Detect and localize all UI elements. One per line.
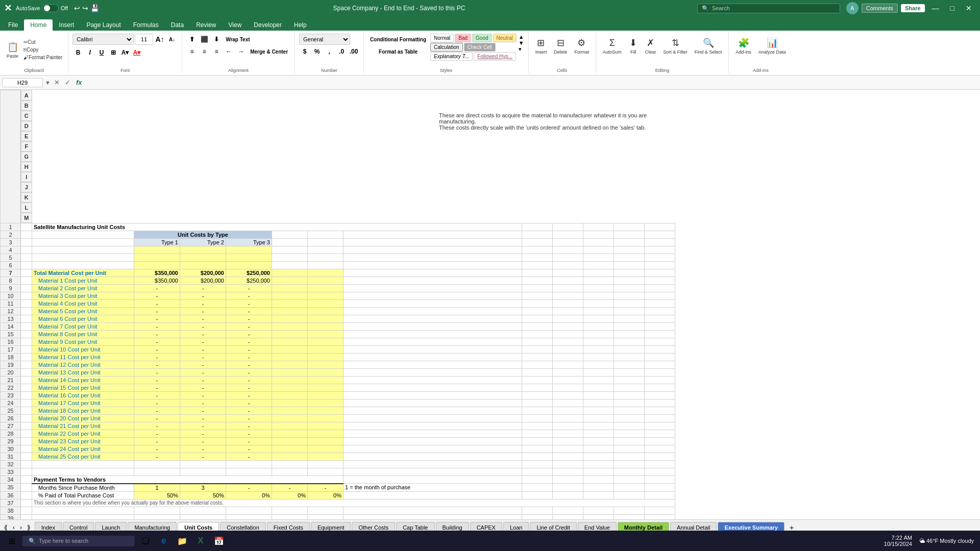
col-G-header[interactable]: G	[21, 152, 32, 162]
border-btn[interactable]: ⊞	[108, 47, 119, 58]
cell-G2[interactable]	[308, 231, 344, 238]
cell-M1[interactable]	[645, 223, 675, 231]
task-view-btn[interactable]: ❑	[138, 533, 153, 546]
format-table-btn[interactable]: Format as Table	[368, 46, 428, 57]
copy-btn[interactable]: ⎘ Copy	[22, 46, 64, 53]
formula-input[interactable]	[86, 80, 978, 86]
cell-J3[interactable]	[553, 238, 583, 246]
tab-home[interactable]: Home	[24, 19, 53, 31]
share-btn[interactable]: Share	[901, 4, 925, 12]
edge-btn[interactable]: e	[156, 533, 172, 546]
col-M-header[interactable]: M	[21, 213, 32, 223]
cancel-formula-btn[interactable]: ✕	[53, 79, 61, 86]
cell-J2[interactable]	[553, 231, 583, 238]
col-F-header[interactable]: F	[21, 141, 32, 152]
cell-reference[interactable]	[2, 78, 43, 87]
autosum-btn[interactable]: Σ AutoSum	[600, 34, 624, 58]
conditional-formatting-btn[interactable]: Conditional Formatting	[368, 34, 428, 45]
excel-btn[interactable]: X	[193, 533, 208, 546]
format-painter-btn[interactable]: 🖌 Format Painter	[22, 54, 64, 61]
cell-M3[interactable]	[645, 238, 675, 246]
cell-C2[interactable]: Unit Costs by Type	[134, 231, 272, 238]
col-J-header[interactable]: J	[21, 182, 32, 192]
start-btn[interactable]: ⊞	[4, 533, 19, 546]
decimal-increase-btn[interactable]: .0	[336, 46, 347, 57]
calendar-btn[interactable]: 📅	[211, 533, 227, 546]
cell-J1[interactable]	[553, 223, 583, 231]
cell-I1[interactable]	[522, 223, 553, 231]
cell-D3[interactable]: Type 2	[180, 238, 226, 246]
search-input[interactable]	[712, 5, 836, 11]
confirm-formula-btn[interactable]: ✓	[63, 79, 72, 86]
fill-color-btn[interactable]: A▾	[119, 47, 131, 58]
cell-A2[interactable]	[21, 231, 32, 238]
font-increase-btn[interactable]: A↑	[154, 34, 165, 45]
font-color-btn[interactable]: A▾	[131, 47, 142, 58]
cell-M2[interactable]	[645, 231, 675, 238]
align-right-btn[interactable]: ≡	[211, 46, 222, 57]
indent-increase-btn[interactable]: →	[235, 46, 247, 57]
number-format-select[interactable]: General	[299, 34, 350, 45]
align-top-btn[interactable]: ⬆	[186, 34, 198, 45]
col-E-header[interactable]: E	[21, 131, 32, 141]
indent-decrease-btn[interactable]: ←	[223, 46, 234, 57]
cell-K1[interactable]	[583, 223, 614, 231]
cell-K2[interactable]	[583, 231, 614, 238]
undo-btn[interactable]: ↩	[74, 4, 80, 12]
tab-help[interactable]: Help	[288, 19, 313, 31]
fill-btn[interactable]: ⬇ Fill	[626, 34, 641, 58]
comma-btn[interactable]: ,	[324, 46, 335, 57]
cell-B3[interactable]	[32, 238, 134, 246]
decimal-decrease-btn[interactable]: .00	[348, 46, 359, 57]
col-L-header[interactable]: L	[21, 203, 32, 213]
font-decrease-btn[interactable]: A↓	[166, 34, 178, 45]
cell-L1[interactable]	[614, 223, 645, 231]
find-select-btn[interactable]: 🔍 Find & Select	[692, 34, 725, 58]
cell-H2[interactable]	[344, 231, 522, 238]
cell-E3[interactable]: Type 3	[226, 238, 272, 246]
style-calc[interactable]: Calculation	[430, 43, 462, 52]
align-middle-btn[interactable]: ⬛	[199, 34, 210, 45]
addins-btn[interactable]: 🧩 Add-ins	[733, 34, 754, 58]
font-size-input[interactable]	[135, 34, 153, 45]
styles-expand[interactable]: ▾	[519, 46, 524, 53]
taskbar-search[interactable]: 🔍 Type here to search	[22, 536, 135, 546]
style-good[interactable]: Good	[472, 34, 492, 42]
col-B-header[interactable]: B	[21, 101, 32, 111]
style-check[interactable]: Check Cell	[464, 43, 496, 52]
analyze-data-btn[interactable]: 📊 Analyze Data	[756, 34, 789, 58]
redo-btn[interactable]: ↪	[82, 4, 88, 12]
percent-btn[interactable]: %	[311, 46, 323, 57]
sort-filter-btn[interactable]: ⇅ Sort & Filter	[660, 34, 690, 58]
align-left-btn[interactable]: ≡	[186, 46, 198, 57]
italic-btn[interactable]: I	[84, 47, 95, 58]
wrap-text-btn[interactable]: Wrap Text	[223, 34, 252, 45]
col-D-header[interactable]: D	[21, 121, 32, 131]
styles-scroll-down[interactable]: ▼	[519, 40, 524, 46]
col-I-header[interactable]: I	[21, 172, 32, 182]
styles-scroll-up[interactable]: ▲	[519, 34, 524, 40]
grid-container[interactable]: A B C D E F G H I J K L M 1 Satellite Ma…	[0, 90, 980, 519]
cell-B1[interactable]: Satellite Manufacturing Unit Costs	[32, 223, 522, 231]
style-explanatory[interactable]: Explanatory T...	[430, 52, 473, 61]
col-C-header[interactable]: C	[21, 111, 32, 121]
cell-B2[interactable]	[32, 231, 134, 238]
tab-formulas[interactable]: Formulas	[127, 19, 165, 31]
tab-review[interactable]: Review	[190, 19, 222, 31]
tab-view[interactable]: View	[223, 19, 248, 31]
cell-G3[interactable]	[308, 238, 344, 246]
tab-data[interactable]: Data	[165, 19, 190, 31]
align-center-btn[interactable]: ≡	[199, 46, 210, 57]
paste-btn[interactable]: 📋 Paste	[4, 38, 21, 62]
cell-F3[interactable]	[272, 238, 308, 246]
cut-btn[interactable]: ✂ Cut	[22, 39, 64, 45]
cell-K3[interactable]	[583, 238, 614, 246]
close-btn[interactable]: ✕	[962, 4, 976, 12]
cell-I3[interactable]	[522, 238, 553, 246]
style-normal[interactable]: Normal	[430, 34, 454, 42]
cell-C3[interactable]: Type 1	[134, 238, 180, 246]
maximize-btn[interactable]: □	[946, 4, 959, 12]
cell-F2[interactable]	[272, 231, 308, 238]
cell-L2[interactable]	[614, 231, 645, 238]
currency-btn[interactable]: $	[299, 46, 310, 57]
